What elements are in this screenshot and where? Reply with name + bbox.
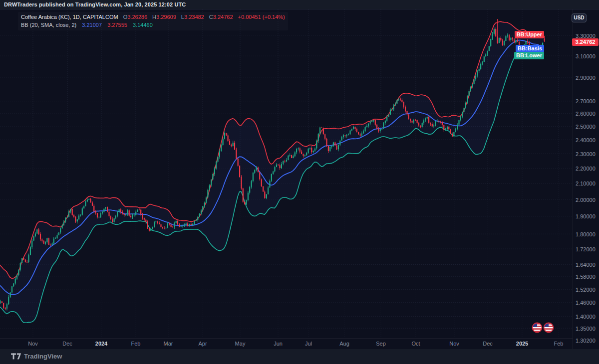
bb-basis-value: 3.21007 <box>82 22 102 28</box>
time-tick-label: May <box>235 341 246 347</box>
time-tick-label: Dec <box>62 341 72 347</box>
symbol-row[interactable]: Coffee Arabica (KC), 1D, CAPITALCOM O3.2… <box>21 13 285 21</box>
price-tick-label: 1.64000 <box>576 262 596 268</box>
price-tick-label: 1.30200 <box>576 338 596 344</box>
time-tick-label: Aug <box>339 341 349 347</box>
price-tick-label: 1.90000 <box>576 213 596 219</box>
price-tick-label: 2.20000 <box>576 166 596 172</box>
us-flag-event-icon[interactable] <box>543 322 554 333</box>
price-tick-label: 1.35000 <box>576 326 596 332</box>
price-tick-label: 1.72000 <box>576 246 596 252</box>
time-tick-label: 2024 <box>95 341 107 347</box>
economic-event-flags[interactable] <box>531 322 554 333</box>
price-tick-label: 2.40000 <box>576 137 596 143</box>
bb-indicator-title[interactable]: BB (20, SMA, close, 2) <box>21 22 76 28</box>
time-axis[interactable]: NovDec2024FebMarAprMayJunJulAugSepOctNov… <box>0 338 573 349</box>
time-tick-label: 2025 <box>516 341 528 347</box>
price-tick-label: 2.90000 <box>576 75 596 81</box>
indicator-row[interactable]: BB (20, SMA, close, 2) 3.21007 3.27555 3… <box>21 21 285 29</box>
price-tick-label: 3.30000 <box>576 33 596 39</box>
last-price-badge: 3.24762 <box>572 38 599 46</box>
tradingview-chart-screenshot: DRWTraders published on TradingView.com,… <box>0 0 599 364</box>
price-tick-label: 1.46000 <box>576 300 596 306</box>
price-axis[interactable]: 3.300003.100002.900002.700002.600002.500… <box>573 9 599 349</box>
high-value: 3.29609 <box>156 14 176 20</box>
price-tick-label: 2.30000 <box>576 151 596 157</box>
bb-lower-badge: BB:Lower <box>514 52 544 59</box>
chart-pane[interactable]: Coffee Arabica (KC), 1D, CAPITALCOM O3.2… <box>0 9 573 338</box>
time-tick-label: Feb <box>131 341 141 347</box>
price-tick-label: 2.50000 <box>576 124 596 130</box>
currency-unit-button[interactable]: USD <box>572 13 587 22</box>
high-label: H <box>152 14 156 20</box>
time-tick-label: Sep <box>376 341 386 347</box>
bb-basis-badge: BB:Basis <box>516 45 544 52</box>
price-tick-label: 2.00000 <box>576 197 596 203</box>
bb-upper-value: 3.27555 <box>107 22 127 28</box>
time-tick-label: Oct <box>411 341 420 347</box>
us-flag-event-icon[interactable] <box>532 322 543 333</box>
open-label: O <box>123 14 128 20</box>
chart-legend[interactable]: Coffee Arabica (KC), 1D, CAPITALCOM O3.2… <box>18 12 288 30</box>
time-tick-label: Jun <box>274 341 283 347</box>
publish-bar: DRWTraders published on TradingView.com,… <box>0 0 599 9</box>
change-value: +0.00451 (+0.14%) <box>238 14 285 20</box>
price-tick-label: 2.70000 <box>576 98 596 104</box>
close-label: C <box>209 14 213 20</box>
price-tick-label: 2.10000 <box>576 181 596 186</box>
tradingview-brand-text[interactable]: TradingView <box>24 353 62 360</box>
price-tick-label: 3.10000 <box>576 53 596 59</box>
price-tick-label: 1.52000 <box>576 287 596 293</box>
close-value: 3.24762 <box>213 14 233 20</box>
time-tick-label: Mar <box>164 341 173 347</box>
bb-lower-value: 3.14460 <box>133 22 153 28</box>
footer-bar: TradingView <box>0 349 599 364</box>
bb-upper-badge: BB:Upper <box>515 31 544 38</box>
price-tick-label: 1.58000 <box>576 274 596 280</box>
symbol-title[interactable]: Coffee Arabica (KC), 1D, CAPITALCOM <box>21 14 118 20</box>
low-value: 3.23482 <box>184 14 204 20</box>
price-tick-label: 1.40000 <box>576 314 596 320</box>
publish-text: DRWTraders published on TradingView.com,… <box>4 1 186 7</box>
time-tick-label: Nov <box>449 341 459 347</box>
time-tick-label: Nov <box>28 341 38 347</box>
time-tick-label: Apr <box>198 341 207 347</box>
tradingview-logo-icon[interactable] <box>11 353 22 361</box>
candlestick-chart[interactable] <box>0 9 573 338</box>
open-value: 3.26286 <box>127 14 147 20</box>
time-tick-label: Dec <box>483 341 493 347</box>
time-tick-label: Jul <box>305 341 312 347</box>
price-tick-label: 2.60000 <box>576 111 596 117</box>
time-tick-label: Feb <box>554 341 564 347</box>
price-tick-label: 1.80000 <box>576 231 596 237</box>
